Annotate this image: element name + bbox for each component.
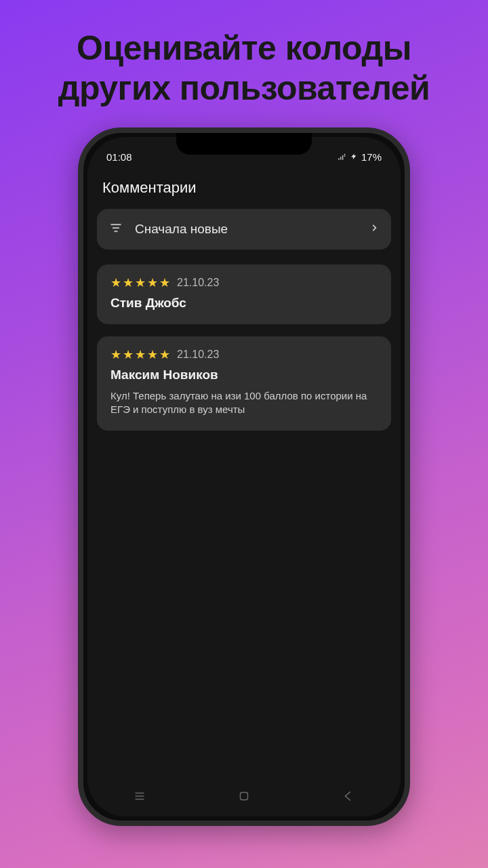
phone-frame: 01:08 17% [78,127,410,826]
nav-recent-icon[interactable] [132,789,147,804]
comment-card[interactable]: ★ ★ ★ ★ ★ 21.10.23 Стив Джобс [97,264,391,324]
star-icon: ★ [135,349,146,361]
comment-body: Кул! Теперь залутаю на изи 100 баллов по… [110,389,378,417]
battery-percent: 17% [361,151,382,163]
content-area: Сначала новые ★ ★ ★ ★ [87,209,401,816]
star-icon: ★ [110,349,121,361]
comment-card[interactable]: ★ ★ ★ ★ ★ 21.10.23 Максим Новиков Кул! Т… [97,336,391,431]
charging-icon [350,152,357,161]
chevron-right-icon [369,221,379,237]
svg-rect-3 [115,231,118,232]
svg-rect-2 [113,227,119,229]
star-icon: ★ [123,277,134,289]
star-rating: ★ ★ ★ ★ ★ [110,349,170,361]
star-icon: ★ [159,349,170,361]
star-icon: ★ [135,277,146,289]
nav-home-icon[interactable] [237,789,251,804]
phone-screen: 01:08 17% [87,137,401,816]
sort-label: Сначала новые [135,222,369,237]
android-nav-bar [87,783,401,810]
status-right-cluster: 17% [337,151,382,163]
star-icon: ★ [110,277,121,289]
rating-row: ★ ★ ★ ★ ★ 21.10.23 [110,349,378,361]
hero-line-2: других пользователей [58,69,430,107]
promo-background: Оценивайте колоды других пользователей 0… [0,0,488,868]
comment-date: 21.10.23 [177,277,219,289]
star-icon: ★ [147,277,158,289]
star-rating: ★ ★ ★ ★ ★ [110,277,170,289]
status-time: 01:08 [106,151,132,163]
nav-back-icon[interactable] [341,789,356,804]
sort-dropdown[interactable]: Сначала новые [97,209,391,250]
phone-notch [176,133,312,155]
star-icon: ★ [159,277,170,289]
star-icon: ★ [123,349,134,361]
svg-rect-1 [111,224,121,225]
comment-date: 21.10.23 [177,349,219,361]
rating-row: ★ ★ ★ ★ ★ 21.10.23 [110,277,378,289]
filter-icon [109,221,123,237]
comment-author: Стив Джобс [110,296,378,311]
svg-point-0 [344,154,346,155]
screen-title: Комментарии [87,172,401,209]
hero-line-1: Оценивайте колоды [77,29,411,67]
svg-rect-7 [241,793,248,800]
signal-icon [337,152,346,161]
comment-author: Максим Новиков [110,368,378,382]
star-icon: ★ [147,349,158,361]
hero-title: Оценивайте колоды других пользователей [58,28,430,108]
